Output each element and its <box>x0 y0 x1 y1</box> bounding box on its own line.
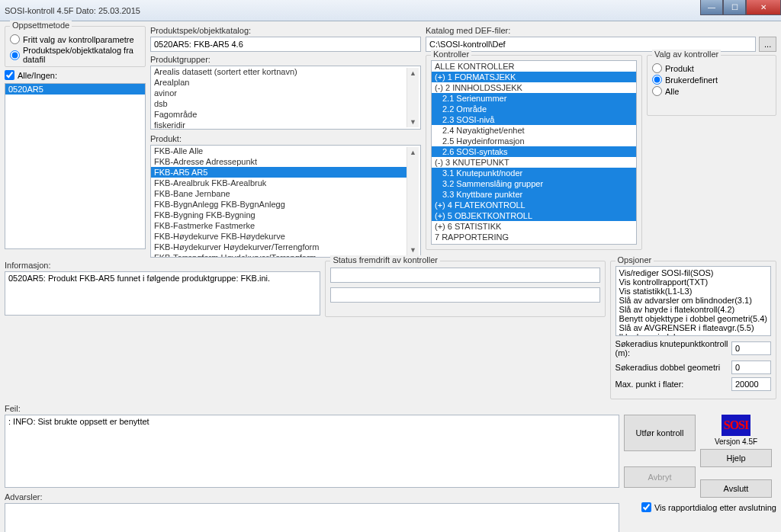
opsjon-item[interactable]: Slå av advarsler om blindnoder(3.1) <box>619 296 767 305</box>
file-list[interactable]: 0520AR5 <box>5 83 146 249</box>
kontroller-item[interactable]: (-) 3 KNUTEPUNKT <box>432 157 636 168</box>
produktgrupper-item[interactable]: fiskeridir <box>151 120 407 130</box>
vis-rapportdialog-check[interactable]: Vis rapportdialog etter avslutning <box>624 502 776 512</box>
kontroller-item[interactable]: 2.3 SOSI-nivå <box>432 114 636 125</box>
sokeradius-dobbel-input[interactable] <box>731 361 771 374</box>
opsjoner-title: Opsjoner <box>615 255 654 264</box>
scrollbar[interactable] <box>407 68 419 127</box>
status-title: Status fremdrift av kontroller <box>330 255 440 264</box>
produktgrupper-item[interactable]: Fagområde <box>151 109 407 120</box>
produkt-item[interactable]: FKB-Arealbruk FKB-Arealbruk <box>151 178 407 188</box>
avbryt-button: Avbryt <box>624 466 696 488</box>
kontroller-item[interactable]: 7 RAPPORTERING <box>432 232 636 242</box>
close-button[interactable]: ✕ <box>746 0 781 15</box>
kontroller-tree[interactable]: ALLE KONTROLLER(+) 1 FORMATSJEKK(-) 2 IN… <box>431 60 637 245</box>
versjon-label: Versjon 4.5F <box>700 437 772 446</box>
produktspek-label: Produktspek/objektkatalog: <box>150 26 421 35</box>
window-controls: — ☐ ✕ <box>700 0 781 15</box>
window-title: SOSI-kontroll 4.5F Dato: 25.03.2015 <box>5 6 140 15</box>
status-group: Status fremdrift av kontroller <box>325 261 605 317</box>
produktgrupper-label: Produktgrupper: <box>150 55 421 64</box>
produktgrupper-item[interactable]: Arealplan <box>151 77 407 88</box>
produktspek-input[interactable] <box>150 37 421 52</box>
feil-label: Feil: <box>5 404 619 413</box>
produkt-list[interactable]: FKB-Alle AlleFKB-Adresse AdressepunktFKB… <box>150 145 421 258</box>
utfor-kontroll-button[interactable]: Utfør kontroll <box>624 415 696 451</box>
opsjon-item[interactable]: Slå av AVGRENSER i flateavgr.(5.5) <box>619 323 767 332</box>
produkt-item[interactable]: FKB-Adresse Adressepunkt <box>151 156 407 167</box>
produktgrupper-item[interactable]: Arealis datasett (sortert etter kortnavn… <box>151 66 407 77</box>
sokeradius-knutepunkt-input[interactable] <box>731 341 771 355</box>
max-punkt-label: Max. punkt i flater: <box>615 380 684 389</box>
hjelp-button[interactable]: Hjelp <box>700 449 772 467</box>
opsjon-item[interactable]: Vis kontrollrapport(TXT) <box>619 277 767 287</box>
browse-button[interactable]: ... <box>759 37 776 52</box>
sokeradius-dobbel-label: Søkeradius dobbel geometri <box>615 363 721 372</box>
feil-text[interactable]: : INFO: Sist brukte oppsett er benyttet <box>5 415 619 488</box>
produkt-item[interactable]: FKB-Alle Alle <box>151 146 407 156</box>
produktgrupper-item[interactable]: dsb <box>151 98 407 109</box>
kontroller-item[interactable]: (+) 1 FORMATSJEKK <box>432 72 636 82</box>
opsjon-item[interactable]: Vis statistikk(L1-L3) <box>619 287 767 296</box>
valg-title: Valg av kontroller <box>652 50 721 59</box>
produkt-item[interactable]: FKB-BygnAnlegg FKB-BygnAnlegg <box>151 199 407 210</box>
kontroller-item[interactable]: (-) 2 INNHOLDSSJEKK <box>432 82 636 93</box>
kontroller-item[interactable]: 2.2 Område <box>432 104 636 114</box>
kontroller-item[interactable]: 2.4 Nøyaktighet/enhet <box>432 125 636 136</box>
kontroller-item[interactable]: (+) 6 STATISTIKK <box>432 221 636 232</box>
radio-alle[interactable]: Alle <box>652 86 771 96</box>
produkt-item[interactable]: FKB-Fastmerke Fastmerke <box>151 220 407 231</box>
kontroller-item[interactable]: 2.5 Høydeinformasjon <box>432 136 636 146</box>
opsjon-item[interactable]: Vis/rediger SOSI-fil(SOS) <box>619 268 767 277</box>
file-list-item[interactable]: 0520AR5 <box>5 84 145 95</box>
produktgrupper-list[interactable]: Arealis datasett (sortert etter kortnavn… <box>150 66 421 130</box>
scrollbar[interactable] <box>407 147 419 255</box>
opsjoner-list[interactable]: Vis/rediger SOSI-fil(SOS)Vis kontrollrap… <box>615 266 771 336</box>
produkt-item[interactable]: FKB-AR5 AR5 <box>151 167 407 178</box>
sosi-logo-icon: SOSI <box>722 415 750 436</box>
produkt-item[interactable]: FKB-Bane Jernbane <box>151 188 407 199</box>
opsjoner-group: Opsjoner Vis/rediger SOSI-fil(SOS)Vis ko… <box>610 261 776 399</box>
kontroller-item[interactable]: 2.6 SOSI-syntaks <box>432 146 636 157</box>
kontroller-item[interactable]: 3.1 Knutepunkt/noder <box>432 168 636 178</box>
kontroller-item[interactable]: (+) 5 OBJEKTKONTROLL <box>432 210 636 221</box>
produkt-label: Produkt: <box>150 134 421 143</box>
radio-brukerdefinert[interactable]: Brukerdefinert <box>652 75 771 85</box>
radio-produkt[interactable]: Produkt <box>652 63 771 73</box>
status-line-2 <box>330 287 599 303</box>
produkt-item[interactable]: FKB-Høydekurver Høydekurver/Terrengform <box>151 242 407 252</box>
status-line-1 <box>330 268 599 283</box>
info-label: Informasjon: <box>5 261 320 270</box>
opsjon-item[interactable]: Benytt objekttype i dobbel geometri(5.4) <box>619 314 767 323</box>
advarsler-label: Advarsler: <box>5 492 619 502</box>
advarsler-text[interactable] <box>5 503 619 532</box>
produktgrupper-item[interactable]: avinor <box>151 88 407 98</box>
kontroller-item[interactable]: ALLE KONTROLLER <box>432 61 636 72</box>
radio-fritt-valg[interactable]: Fritt valg av kontrollparametre <box>10 34 140 44</box>
oppsettmetode-title: Oppsettmetode <box>10 21 72 30</box>
kontroller-item[interactable]: 2.1 Serienummer <box>432 93 636 104</box>
radio-produktspek[interactable]: Produktspek/objektkatalog fra datafil <box>10 46 140 64</box>
kontroller-item[interactable]: 3.2 Sammenslåing grupper <box>432 178 636 189</box>
alle-ingen-check[interactable]: Alle/Ingen: <box>5 70 146 80</box>
kontroller-title: Kontroller <box>431 50 471 59</box>
avslutt-button[interactable]: Avslutt <box>700 479 772 498</box>
valg-group: Valg av kontroller Produkt Brukerdefiner… <box>647 55 776 116</box>
opsjon-item[interactable]: Slå av høyde i flatekontroll(4.2) <box>619 305 767 314</box>
kontroller-item[interactable]: (+) 4 FLATEKONTROLL <box>432 200 636 210</box>
window-titlebar: SOSI-kontroll 4.5F Dato: 25.03.2015 — ☐ … <box>0 0 781 21</box>
minimize-button[interactable]: — <box>700 0 723 15</box>
produkt-item[interactable]: FKB-Bygning FKB-Bygning <box>151 210 407 220</box>
info-text[interactable]: 0520AR5: Produkt FKB-AR5 funnet i følgen… <box>5 271 320 316</box>
maximize-button[interactable]: ☐ <box>723 0 746 15</box>
oppsettmetode-group: Oppsettmetode Fritt valg av kontrollpara… <box>5 26 146 67</box>
produkt-item[interactable]: FKB-Høydekurve FKB-Høydekurve <box>151 231 407 242</box>
kontroller-item[interactable]: 3.3 Knyttbare punkter <box>432 189 636 200</box>
opsjon-item[interactable]: Ikke lagre indekser <box>619 332 767 336</box>
sokeradius-knutepunkt-label: Søkeradius knutepunktkontroll (m): <box>615 339 731 357</box>
max-punkt-input[interactable] <box>731 377 771 391</box>
katalog-label: Katalog med DEF-filer: <box>426 26 776 35</box>
kontroller-group: Kontroller ALLE KONTROLLER(+) 1 FORMATSJ… <box>426 55 642 250</box>
